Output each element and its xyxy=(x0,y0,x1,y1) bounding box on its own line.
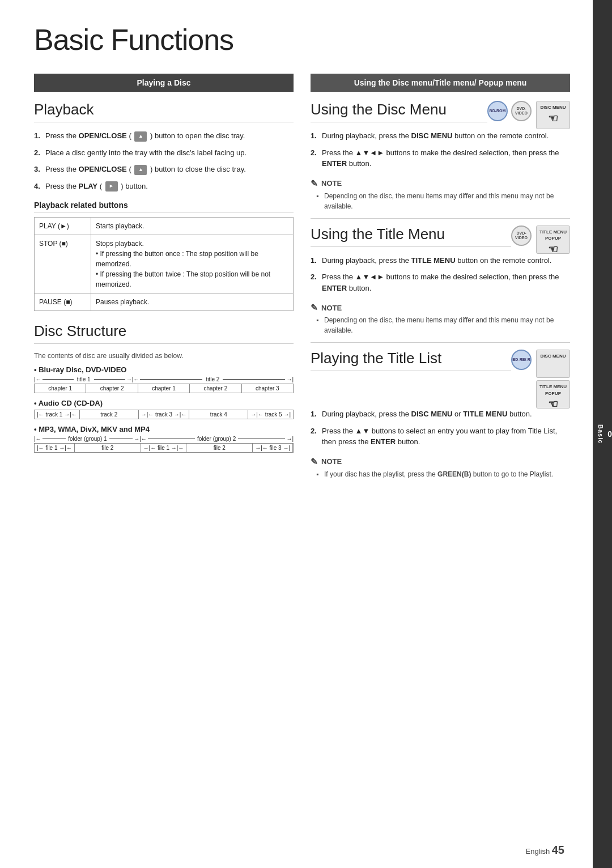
dvd-video-circle: DVD-VIDEO xyxy=(511,101,532,121)
open-close-icon-1: ▲ xyxy=(134,131,147,142)
disc-structure-title: Disc Structure xyxy=(34,322,294,344)
title-list-button-area: DISC MENU TITLE MENU POPUP ☜ xyxy=(536,350,570,409)
playback-step-2: 2. Place a disc gently into the tray wit… xyxy=(34,147,294,159)
title-menu-title: Using the Title Menu xyxy=(311,225,511,247)
title-menu-icons: DVD-VIDEO xyxy=(511,225,532,247)
playback-step-1: 1. Press the OPEN/CLOSE ( ▲ ) button to … xyxy=(34,130,294,142)
title-list-note-list: If your disc has the playlist, press the… xyxy=(311,469,570,479)
dvd-video-icon-2: DVD-VIDEO xyxy=(511,225,532,247)
title-list-step-2: 2. Press the ▲▼ buttons to select an ent… xyxy=(311,426,570,448)
disc-structure-desc: The contents of disc are usually divided… xyxy=(34,352,294,360)
title-list-title: Playing the Title List xyxy=(311,350,511,371)
folder-row: |← folder (group) 1 →|← folder (group) 2… xyxy=(34,436,294,442)
open-close-label-2: OPEN/CLOSE xyxy=(79,165,127,173)
playing-a-disc-header: Playing a Disc xyxy=(34,74,294,92)
hand-icon-title-menu: ☜ xyxy=(538,242,568,256)
f1-label: folder (group) 1 xyxy=(67,436,108,442)
arr-mid: →|← xyxy=(134,436,147,442)
sep-1 xyxy=(311,218,570,219)
chapter-row: chapter 1 chapter 2 chapter 1 chapter 2 … xyxy=(34,384,294,393)
stop-button-cell: STOP (■) xyxy=(35,235,91,293)
title1-label: title 1 xyxy=(75,376,93,382)
track2: track 2 xyxy=(80,410,139,419)
step-num-4: 4. xyxy=(34,181,40,192)
title-list-note: NOTE If your disc has the playlist, pres… xyxy=(311,457,570,479)
f2-line xyxy=(148,439,195,439)
page-title: Basic Functions xyxy=(34,23,570,57)
file2: file 2 xyxy=(75,444,141,452)
file4: file 2 xyxy=(186,444,253,452)
two-col-layout: Playing a Disc Playback 1. Press the OPE… xyxy=(34,74,570,486)
title-menu-note: NOTE Depending on the disc, the menu ite… xyxy=(311,303,570,335)
title2-line xyxy=(140,379,202,380)
f2-line-r xyxy=(238,439,285,439)
footer: English 45 xyxy=(525,844,564,857)
play-icon: ► xyxy=(105,181,118,192)
playback-steps: 1. Press the OPEN/CLOSE ( ▲ ) button to … xyxy=(34,130,294,192)
dvd-video-circle-2: DVD-VIDEO xyxy=(511,225,532,246)
title2-line-right xyxy=(223,379,285,380)
disc-menu-top: Using the Disc Menu BD-ROM DVD-VIDEO DIS… xyxy=(311,101,570,130)
title1-line xyxy=(42,379,74,380)
step-num-1: 1. xyxy=(34,130,40,142)
playback-step-4: 4. Press the PLAY ( ► ) button. xyxy=(34,181,294,192)
f2-label: folder (group) 2 xyxy=(196,436,237,442)
f1-line-r xyxy=(109,439,133,439)
disc-menu-steps: 1. During playback, press the DISC MENU … xyxy=(311,130,570,169)
title1-line-right xyxy=(94,379,125,380)
disc-menu-title: Using the Disc Menu xyxy=(311,101,487,122)
track-diagram: |← track 1 →|← track 2 →|← track 3 →|← t… xyxy=(34,410,294,419)
title-list-btn-2: TITLE MENU POPUP ☜ xyxy=(536,380,570,409)
title-list-note-item-1: If your disc has the playlist, press the… xyxy=(316,469,570,479)
title-menu-top: Using the Title Menu DVD-VIDEO TITLE MEN… xyxy=(311,225,570,255)
title-diagram: |← title 1 →|← title 2 →| chapter 1 xyxy=(34,376,294,393)
table-row-pause: PAUSE (■) Pauses playback. xyxy=(35,293,294,311)
bd-re-r-icon: BD-RE/-R xyxy=(511,350,532,371)
pause-icon-cell: ■ xyxy=(66,298,70,306)
disc-menu-note-label: NOTE xyxy=(311,178,570,189)
pause-desc-cell: Pauses playback. xyxy=(91,293,294,311)
title-menu-step-2: 2. Press the ▲▼◄► buttons to make the de… xyxy=(311,271,570,293)
open-close-icon-2: ▲ xyxy=(134,165,147,175)
footer-language: English xyxy=(525,847,550,856)
title-row: |← title 1 →|← title 2 →| xyxy=(34,376,294,382)
stop-icon-cell: ■ xyxy=(62,240,66,248)
f1-line xyxy=(42,439,66,439)
arrow-right-title1: →|← xyxy=(126,376,139,382)
arr-right-f2: →| xyxy=(286,436,294,442)
bd-rom-circle: BD-ROM xyxy=(487,101,508,121)
file-row: |← file 1 →|← file 2 →|← file 1 →|← file… xyxy=(34,443,294,453)
playback-title: Playback xyxy=(34,101,294,122)
track4: track 4 xyxy=(189,410,248,419)
title-menu-button-area: TITLE MENU POPUP ☜ xyxy=(536,225,570,254)
title-list-step-1: 1. During playback, press the DISC MENU … xyxy=(311,409,570,420)
dvd-video-icon: DVD-VIDEO xyxy=(511,101,532,122)
title-menu-note-item-1: Depending on the disc, the menu items ma… xyxy=(316,315,570,335)
title-menu-note-label: NOTE xyxy=(311,303,570,313)
arr-left-f1: |← xyxy=(34,436,41,442)
side-tab-text: Basic xyxy=(597,424,604,444)
disc-menu-step-2: 2. Press the ▲▼◄► buttons to make the de… xyxy=(311,147,570,169)
folder-diagram: |← folder (group) 1 →|← folder (group) 2… xyxy=(34,436,294,453)
page-wrapper: Basic Functions Playing a Disc Playback … xyxy=(0,0,612,868)
disc-menu-icons: BD-ROM DVD-VIDEO xyxy=(487,101,532,122)
right-column: Using the Disc menu/Title menu/ Popup me… xyxy=(311,74,570,486)
sep-2 xyxy=(311,342,570,343)
hand-icon-disc-menu: ☜ xyxy=(538,112,568,125)
file5-arr: →|← file 3 →| xyxy=(253,444,293,452)
open-close-label-1: OPEN/CLOSE xyxy=(79,131,127,140)
track5-arr: →|← track 5 →| xyxy=(248,410,293,419)
chapter4: chapter 2 xyxy=(190,384,241,393)
arrow-right-title2: →| xyxy=(286,376,294,382)
pause-button-cell: PAUSE (■) xyxy=(35,293,91,311)
footer-page-number: 45 xyxy=(552,844,564,856)
track3-arr: →|← track 3 →|← xyxy=(139,410,190,419)
chapter2: chapter 2 xyxy=(86,384,138,393)
disc-menu-step-1: 1. During playback, press the DISC MENU … xyxy=(311,130,570,142)
title-list-note-label: NOTE xyxy=(311,457,570,467)
title-menu-btn: TITLE MENU POPUP ☜ xyxy=(536,225,570,254)
disc-menu-btn: DISC MENU ☜ xyxy=(536,101,570,129)
disc-menu-header: Using the Disc menu/Title menu/ Popup me… xyxy=(311,74,570,92)
playback-step-3: 3. Press the OPEN/CLOSE ( ▲ ) button to … xyxy=(34,164,294,175)
title-menu-steps: 1. During playback, press the TITLE MENU… xyxy=(311,255,570,294)
